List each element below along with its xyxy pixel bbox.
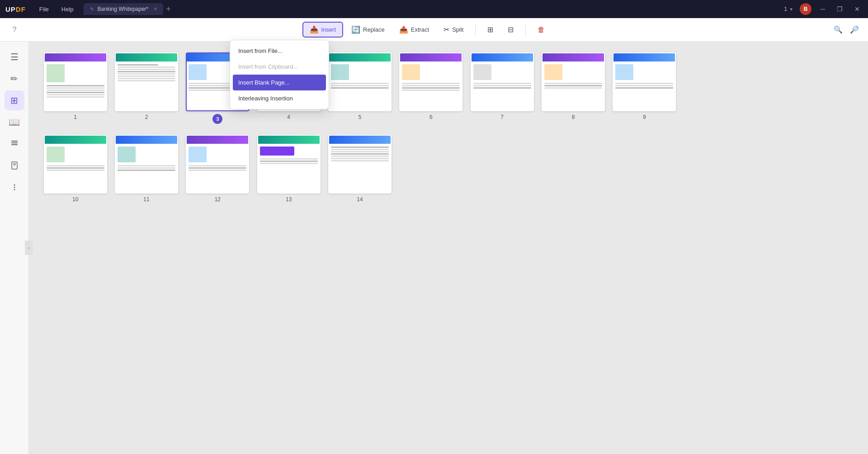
svg-point-6 bbox=[14, 184, 15, 186]
layout-icon: ⊟ bbox=[508, 25, 514, 34]
window-controls: 1 ▼ B ─ ❐ ✕ bbox=[784, 3, 863, 15]
sidebar-collapse-button[interactable]: ‹ bbox=[25, 241, 33, 255]
insert-dropdown-menu: Insert from File... Insert from Clipboar… bbox=[230, 40, 329, 109]
page-number: 6 bbox=[429, 114, 433, 120]
list-item[interactable]: 5 bbox=[328, 52, 392, 124]
page-thumbnail bbox=[115, 135, 178, 194]
page-thumbnail bbox=[328, 52, 392, 111]
list-item[interactable]: 13 bbox=[257, 135, 321, 203]
help-button[interactable]: ? bbox=[7, 23, 22, 37]
document-tab[interactable]: ✎ Banking Whitepaper* × bbox=[84, 3, 164, 15]
insert-from-clipboard-item: Insert from Clipboard... bbox=[230, 59, 329, 75]
delete-icon: 🗑 bbox=[538, 26, 545, 34]
sidebar-item-organize[interactable]: ⊞ bbox=[5, 90, 24, 110]
sidebar-item-crop[interactable] bbox=[5, 134, 24, 154]
sidebar: ☰ ✏ ⊞ 📖 ‹ bbox=[0, 42, 29, 454]
list-item[interactable]: 8 bbox=[541, 52, 605, 124]
svg-rect-2 bbox=[11, 141, 18, 142]
page-number: 14 bbox=[357, 196, 363, 203]
zoom-out-button[interactable]: 🔍 bbox=[832, 24, 844, 36]
list-item[interactable]: 1 bbox=[43, 52, 107, 124]
insert-from-file-item[interactable]: Insert from File... bbox=[230, 43, 329, 59]
list-item[interactable]: 2 bbox=[114, 52, 178, 124]
main-content: 1 bbox=[29, 42, 868, 454]
new-tab-button[interactable]: + bbox=[166, 5, 171, 14]
page-number: 1 bbox=[74, 114, 77, 120]
page-thumbnail bbox=[613, 52, 676, 111]
sidebar-item-thumbnail[interactable]: ☰ bbox=[5, 47, 24, 67]
page-thumbnail bbox=[542, 52, 605, 111]
minimize-button[interactable]: ─ bbox=[818, 5, 828, 14]
tab-close-button[interactable]: × bbox=[154, 6, 157, 12]
list-item[interactable]: 6 bbox=[399, 52, 463, 124]
page-thumbnail bbox=[115, 52, 178, 111]
pages-grid: 1 bbox=[43, 52, 676, 203]
svg-point-8 bbox=[14, 189, 15, 190]
main-toolbar: ? 📥 Insert 🔄 Replace 📤 Extract ✂ Split ⊞… bbox=[0, 18, 868, 42]
extract-icon: 📤 bbox=[399, 25, 408, 34]
replace-icon: 🔄 bbox=[351, 25, 360, 34]
toolbar-right: 🔍 🔎 bbox=[832, 24, 861, 36]
menu-help[interactable]: Help bbox=[55, 4, 80, 14]
page-thumbnail bbox=[257, 135, 321, 194]
extract-button[interactable]: 📤 Extract bbox=[393, 23, 435, 37]
page-number-selected: 3 bbox=[212, 114, 222, 124]
list-item[interactable]: 14 bbox=[328, 135, 392, 203]
page-thumbnail bbox=[471, 52, 534, 111]
app-logo: UPDF bbox=[5, 5, 26, 13]
app-body: ☰ ✏ ⊞ 📖 ‹ bbox=[0, 42, 868, 454]
replace-button[interactable]: 🔄 Replace bbox=[345, 23, 391, 37]
page-thumbnail bbox=[328, 135, 392, 194]
page-indicator: 1 ▼ bbox=[784, 6, 793, 12]
list-item[interactable]: 10 bbox=[43, 135, 107, 203]
split-button[interactable]: ✂ Split bbox=[437, 23, 470, 37]
page-thumbnail bbox=[399, 52, 462, 111]
title-bar: UPDF File Help ✎ Banking Whitepaper* × +… bbox=[0, 0, 868, 18]
list-item[interactable]: 9 bbox=[613, 52, 676, 124]
svg-rect-5 bbox=[13, 165, 16, 166]
page-number: 9 bbox=[643, 114, 646, 120]
svg-rect-3 bbox=[12, 162, 17, 169]
page-number: 8 bbox=[572, 114, 575, 120]
page-thumbnail bbox=[44, 52, 107, 111]
tab-edit-icon: ✎ bbox=[90, 6, 94, 12]
interleaving-insertion-item[interactable]: Interleaving Insertion bbox=[230, 90, 329, 106]
sidebar-item-reader[interactable]: 📖 bbox=[5, 112, 24, 132]
split-icon: ✂ bbox=[443, 25, 449, 34]
delete-button[interactable]: 🗑 bbox=[531, 23, 551, 37]
page-number: 11 bbox=[143, 196, 149, 203]
insert-icon: 📥 bbox=[310, 25, 319, 34]
list-item[interactable]: 7 bbox=[470, 52, 534, 124]
svg-rect-0 bbox=[11, 142, 18, 143]
merge-icon: ⊞ bbox=[487, 25, 493, 34]
insert-blank-page-item[interactable]: Insert Blank Page... bbox=[233, 75, 326, 90]
restore-button[interactable]: ❐ bbox=[834, 5, 845, 14]
page-thumbnail bbox=[186, 135, 249, 194]
page-number: 13 bbox=[286, 196, 292, 203]
zoom-in-button[interactable]: 🔎 bbox=[848, 24, 861, 36]
tab-label: Banking Whitepaper* bbox=[98, 6, 149, 12]
layers-icon bbox=[10, 139, 19, 148]
sidebar-item-edit[interactable]: ✏ bbox=[5, 69, 24, 89]
tab-area: ✎ Banking Whitepaper* × + bbox=[84, 3, 784, 15]
menu-file[interactable]: File bbox=[33, 4, 55, 14]
svg-rect-4 bbox=[13, 163, 16, 164]
sidebar-item-attach[interactable] bbox=[5, 156, 24, 175]
close-button[interactable]: ✕ bbox=[852, 5, 863, 14]
page-number: 10 bbox=[72, 196, 78, 203]
bookmark-icon bbox=[10, 161, 19, 170]
page-number: 2 bbox=[145, 114, 148, 120]
page-number: 7 bbox=[500, 114, 504, 120]
svg-point-7 bbox=[14, 187, 15, 188]
list-item[interactable]: 11 bbox=[114, 135, 178, 203]
list-item[interactable]: 12 bbox=[186, 135, 250, 203]
user-avatar[interactable]: B bbox=[800, 3, 811, 15]
page-thumbnail bbox=[44, 135, 107, 194]
more-icon bbox=[10, 183, 19, 192]
sidebar-item-more[interactable] bbox=[5, 177, 24, 197]
insert-button[interactable]: 📥 Insert bbox=[302, 22, 344, 38]
toolbar-divider-2 bbox=[525, 24, 526, 36]
merge-button[interactable]: ⊞ bbox=[481, 23, 500, 37]
layout-button[interactable]: ⊟ bbox=[501, 23, 520, 37]
page-number: 4 bbox=[287, 114, 290, 120]
